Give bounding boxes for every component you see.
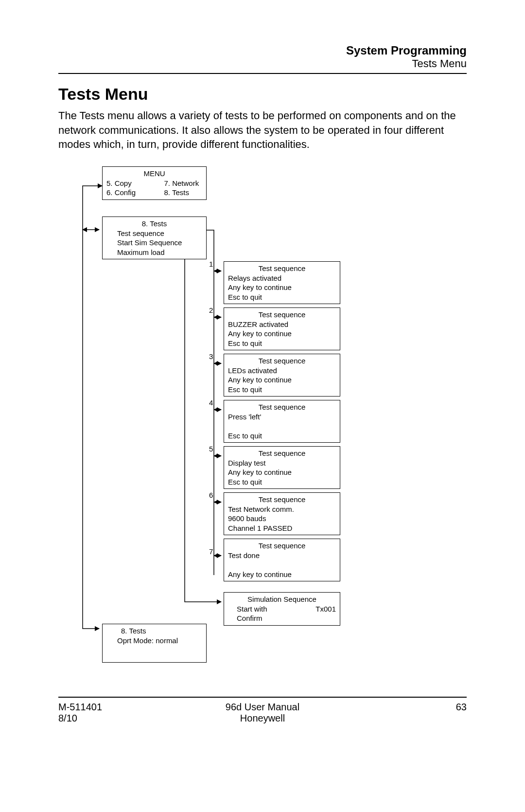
menu-item-network: 7. Network — [164, 179, 203, 188]
seq-line: Esc to quit — [228, 385, 336, 395]
seq-line: Channel 1 PASSED — [228, 523, 336, 533]
page-heading: Tests Menu — [58, 85, 467, 104]
seq-line — [228, 560, 336, 570]
seq-title: Test sequence — [228, 541, 336, 551]
seq-num-3: 3 — [209, 352, 213, 361]
seq-line: Any key to continue — [228, 570, 336, 579]
footer-page-number: 63 — [331, 702, 467, 713]
seq-num-5: 5 — [209, 445, 213, 453]
seq-line: Test done — [228, 551, 336, 560]
tests-item-sequence: Test sequence — [117, 229, 202, 238]
seq-line: Relays activated — [228, 273, 336, 283]
seq-line: Any key to continue — [228, 375, 336, 385]
seq-box-1: Test sequence Relays activated Any key t… — [224, 261, 340, 304]
sim-confirm: Confirm — [228, 614, 336, 623]
seq-line: Any key to continue — [228, 468, 336, 477]
seq-line: Test Network comm. — [228, 505, 336, 514]
footer-date: 8/10 — [58, 713, 194, 724]
tests-box-title: 8. Tests — [106, 219, 202, 229]
mode-box-title: 8. Tests — [106, 626, 202, 636]
seq-num-7: 7 — [209, 547, 213, 556]
seq-line: Display test — [228, 458, 336, 468]
seq-num-2: 2 — [209, 306, 213, 314]
seq-box-7: Test sequence Test done Any key to conti… — [224, 539, 340, 581]
seq-line: Esc to quit — [228, 477, 336, 487]
seq-title: Test sequence — [228, 449, 336, 458]
seq-title: Test sequence — [228, 264, 336, 273]
seq-title: Test sequence — [228, 310, 336, 320]
seq-title: Test sequence — [228, 495, 336, 505]
seq-box-2: Test sequence BUZZER activated Any key t… — [224, 307, 340, 350]
header-subtitle: Tests Menu — [58, 57, 467, 70]
tests-item-sim: Start Sim Sequence — [117, 238, 202, 248]
seq-line: Any key to continue — [228, 283, 336, 292]
sim-box: Simulation Sequence Start with Tx001 Con… — [224, 592, 340, 626]
seq-line — [228, 421, 336, 431]
seq-line: LEDs activated — [228, 366, 336, 376]
seq-box-4: Test sequence Press 'left' Esc to quit — [224, 400, 340, 443]
footer-rule — [58, 697, 467, 698]
seq-num-6: 6 — [209, 491, 213, 499]
seq-line: BUZZER activated — [228, 320, 336, 329]
footer-doc-id: M-511401 — [58, 702, 194, 713]
menu-box: MENU 5. Copy 6. Config 7. Network 8. Tes… — [102, 166, 207, 200]
footer-manual-title: 96d User Manual — [194, 702, 331, 713]
diagram-container: MENU 5. Copy 6. Config 7. Network 8. Tes… — [73, 166, 365, 682]
mode-box: 8. Tests Oprt Mode: normal — [102, 624, 207, 663]
seq-box-3: Test sequence LEDs activated Any key to … — [224, 354, 340, 397]
tests-box: 8. Tests Test sequence Start Sim Sequenc… — [102, 217, 207, 259]
sim-box-title: Simulation Sequence — [228, 595, 336, 604]
mode-line: Oprt Mode: normal — [106, 636, 202, 646]
sim-start-label: Start with — [237, 604, 267, 614]
menu-box-title: MENU — [106, 169, 202, 179]
header-rule — [58, 73, 467, 74]
tests-item-maxload: Maximum load — [117, 248, 202, 257]
menu-item-config: 6. Config — [106, 188, 145, 198]
seq-line: Esc to quit — [228, 431, 336, 441]
header-title: System Programming — [58, 44, 467, 57]
intro-paragraph: The Tests menu allows a variety of tests… — [58, 108, 467, 152]
seq-line: Press 'left' — [228, 412, 336, 422]
seq-line: Any key to continue — [228, 329, 336, 339]
seq-title: Test sequence — [228, 356, 336, 366]
footer-brand: Honeywell — [194, 713, 331, 724]
seq-num-4: 4 — [209, 398, 213, 407]
seq-box-5: Test sequence Display test Any key to co… — [224, 446, 340, 489]
menu-item-tests: 8. Tests — [164, 188, 203, 198]
seq-num-1: 1 — [209, 260, 213, 268]
seq-title: Test sequence — [228, 402, 336, 412]
sim-start-value: Tx001 — [315, 604, 336, 614]
seq-box-6: Test sequence Test Network comm. 9600 ba… — [224, 492, 340, 535]
footer: M-511401 8/10 96d User Manual Honeywell … — [58, 702, 467, 724]
seq-line: 9600 bauds — [228, 514, 336, 523]
seq-line: Esc to quit — [228, 292, 336, 302]
seq-line: Esc to quit — [228, 339, 336, 348]
menu-item-copy: 5. Copy — [106, 179, 145, 188]
